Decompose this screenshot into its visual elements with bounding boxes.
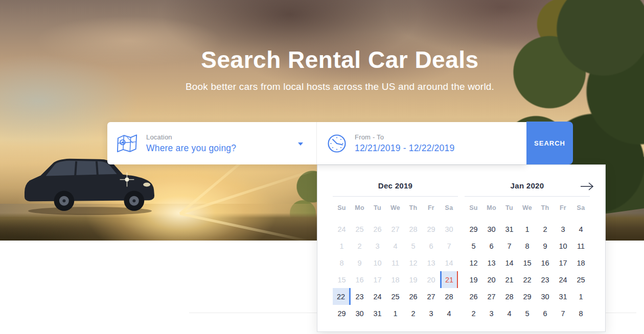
calendar-day: 15 <box>333 271 351 288</box>
calendar-day[interactable]: 25 <box>572 271 590 288</box>
weekday-label: Fr <box>422 202 440 214</box>
calendar-day[interactable]: 1 <box>386 305 404 322</box>
calendar-day: 26 <box>369 221 386 237</box>
calendar-day[interactable]: 5 <box>518 305 536 322</box>
calendar-day[interactable]: 23 <box>351 288 369 305</box>
calendar-day[interactable]: 29 <box>465 221 482 237</box>
calendar-day[interactable]: 30 <box>536 288 554 305</box>
calendar-day[interactable]: 21 <box>500 271 518 288</box>
calendar-day: 30 <box>440 221 458 237</box>
dates-label: From - To <box>355 133 454 141</box>
calendar-day[interactable]: 27 <box>422 288 440 305</box>
calendar-day[interactable]: 2 <box>404 305 422 322</box>
dates-input[interactable]: 12/21/2019 - 12/22/2019 <box>355 143 454 154</box>
calendar-day[interactable]: 11 <box>572 237 590 254</box>
calendar-day: 17 <box>369 271 386 288</box>
dates-field[interactable]: From - To 12/21/2019 - 12/22/2019 <box>317 122 526 164</box>
calendar-day: 12 <box>404 254 422 271</box>
weekday-label: Mo <box>482 202 500 214</box>
weekday-label: Su <box>465 202 482 214</box>
calendar-day[interactable]: 8 <box>518 237 536 254</box>
caret-down-icon[interactable] <box>298 142 303 146</box>
location-label: Location <box>146 133 236 141</box>
weekday-label: Tu <box>369 202 386 214</box>
calendar-day: 27 <box>386 221 404 237</box>
calendar-day[interactable]: 6 <box>482 237 500 254</box>
calendar-day: 18 <box>386 271 404 288</box>
calendar-day: 25 <box>351 221 369 237</box>
calendar-day: 24 <box>333 221 351 237</box>
calendar-day[interactable]: 2 <box>465 305 482 322</box>
calendar-day[interactable]: 22 <box>333 288 351 305</box>
location-field[interactable]: Location Where are you going? <box>107 122 317 164</box>
calendar-day: 1 <box>333 237 351 254</box>
calendar-day[interactable]: 13 <box>482 254 500 271</box>
hero-copy: Search Rental Car Deals Book better cars… <box>36 47 644 92</box>
next-month-button[interactable] <box>580 181 595 192</box>
calendar-day[interactable]: 6 <box>536 305 554 322</box>
calendar-day[interactable]: 31 <box>369 305 386 322</box>
calendar-day[interactable]: 20 <box>482 271 500 288</box>
calendar-day[interactable]: 28 <box>500 288 518 305</box>
date-picker-panel: Dec 2019 SuMoTuWeThFrSa 2425262728293012… <box>317 164 606 332</box>
day-grid: 2425262728293012345678910111213141516171… <box>333 221 458 322</box>
calendar-day[interactable]: 24 <box>369 288 386 305</box>
calendar-day[interactable]: 21 <box>440 271 458 288</box>
calendar-day[interactable]: 31 <box>500 221 518 237</box>
calendar-day[interactable]: 4 <box>500 305 518 322</box>
calendar-day: 14 <box>440 254 458 271</box>
calendar-day[interactable]: 9 <box>536 237 554 254</box>
calendar-day[interactable]: 23 <box>536 271 554 288</box>
calendar-day[interactable]: 8 <box>572 305 590 322</box>
calendar-day[interactable]: 3 <box>554 221 572 237</box>
calendar-day[interactable]: 16 <box>536 254 554 271</box>
calendar-day: 11 <box>386 254 404 271</box>
weekday-label: Su <box>333 202 351 214</box>
map-icon <box>117 133 138 154</box>
calendar-day[interactable]: 1 <box>572 288 590 305</box>
calendar-day[interactable]: 3 <box>482 305 500 322</box>
calendar-day[interactable]: 17 <box>554 254 572 271</box>
calendar-day: 10 <box>369 254 386 271</box>
page-subtitle: Book better cars from local hosts across… <box>36 81 644 92</box>
calendar-day: 3 <box>369 237 386 254</box>
search-button[interactable]: SEARCH <box>526 122 573 164</box>
calendar-day[interactable]: 30 <box>351 305 369 322</box>
calendar-day[interactable]: 22 <box>518 271 536 288</box>
calendar-day[interactable]: 26 <box>465 288 482 305</box>
calendar-day[interactable]: 25 <box>386 288 404 305</box>
calendar-day[interactable]: 4 <box>572 221 590 237</box>
month-title: Dec 2019 <box>378 181 412 190</box>
calendar-day[interactable]: 7 <box>554 305 572 322</box>
calendar-day[interactable]: 4 <box>440 305 458 322</box>
calendar-day[interactable]: 26 <box>404 288 422 305</box>
calendar-day[interactable]: 7 <box>500 237 518 254</box>
page-title: Search Rental Car Deals <box>36 47 644 73</box>
calendar-day[interactable]: 1 <box>518 221 536 237</box>
calendar-day[interactable]: 14 <box>500 254 518 271</box>
calendar-day[interactable]: 5 <box>465 237 482 254</box>
calendar-day[interactable]: 28 <box>440 288 458 305</box>
calendar-month-january: Jan 2020 SuMoTuWeThFrSa 2930311234567891… <box>465 165 590 331</box>
calendar-day[interactable]: 3 <box>422 305 440 322</box>
calendar-day: 4 <box>386 237 404 254</box>
calendar-day[interactable]: 24 <box>554 271 572 288</box>
page: Search Rental Car Deals Book better cars… <box>0 0 644 334</box>
location-input[interactable]: Where are you going? <box>146 143 236 154</box>
calendar-day[interactable]: 29 <box>333 305 351 322</box>
calendar-day[interactable]: 18 <box>572 254 590 271</box>
calendar-day[interactable]: 31 <box>554 288 572 305</box>
calendar-day: 7 <box>440 237 458 254</box>
calendar-day[interactable]: 10 <box>554 237 572 254</box>
calendar-day[interactable]: 2 <box>536 221 554 237</box>
calendar-day[interactable]: 19 <box>465 271 482 288</box>
calendar-day[interactable]: 29 <box>518 288 536 305</box>
weekday-label: Tu <box>500 202 518 214</box>
calendar-day[interactable]: 15 <box>518 254 536 271</box>
calendar-day[interactable]: 30 <box>482 221 500 237</box>
calendar-day[interactable]: 27 <box>482 288 500 305</box>
calendar-day: 6 <box>422 237 440 254</box>
calendar-day[interactable]: 12 <box>465 254 482 271</box>
weekday-label: Th <box>404 202 422 214</box>
month-header: Jan 2020 <box>465 165 590 197</box>
